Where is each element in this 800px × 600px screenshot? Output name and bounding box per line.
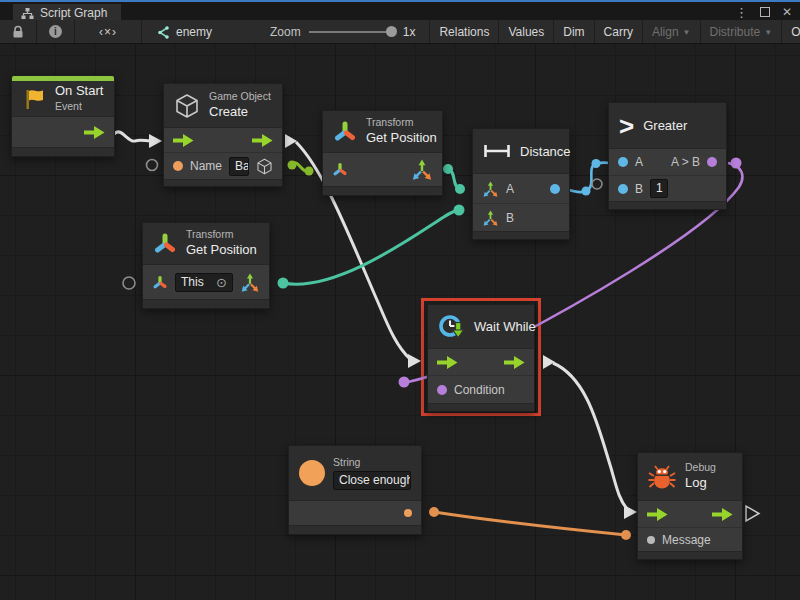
node-category: Game Object <box>209 90 271 104</box>
node-footer <box>12 147 114 156</box>
maximize-icon[interactable] <box>760 7 770 17</box>
script-graph-icon <box>21 7 34 20</box>
message-input-port[interactable] <box>647 536 655 544</box>
name-input-port[interactable] <box>173 161 183 171</box>
node-title: On Start <box>55 83 103 100</box>
port-label: B <box>635 182 643 196</box>
cube-icon <box>174 93 200 119</box>
zoom-control: Zoom 1x <box>256 20 429 43</box>
title-bar: Script Graph ⋮ ✕ <box>0 0 800 20</box>
node-category: Transform <box>186 228 257 242</box>
node-footer <box>638 551 742 559</box>
transform-input-port[interactable] <box>332 162 348 177</box>
zoom-slider[interactable] <box>309 31 395 33</box>
name-value-field[interactable]: Ball <box>229 157 249 176</box>
graph-breadcrumb[interactable]: enemy <box>142 20 226 43</box>
exec-output-port[interactable] <box>504 356 525 369</box>
node-category: Debug <box>685 461 716 475</box>
node-footer <box>323 186 442 195</box>
overview-button[interactable]: Overview <box>781 20 800 43</box>
node-get-position-enemy[interactable]: Transform Get Position <box>322 110 443 196</box>
node-distance[interactable]: Distance A B <box>472 128 570 240</box>
port-label: B <box>506 211 514 225</box>
gameobject-output-port[interactable] <box>256 158 273 175</box>
node-title: Log <box>685 475 716 492</box>
graph-name: enemy <box>176 25 212 39</box>
bug-icon <box>648 464 676 490</box>
b-value-field[interactable]: 1 <box>650 179 668 198</box>
node-title: Get Position <box>366 130 437 147</box>
values-button[interactable]: Values <box>498 20 553 43</box>
chevron-down-icon: ▼ <box>764 28 772 37</box>
node-title: Distance <box>520 144 571 159</box>
unity-script-graph-window: { "window": { "tab_title": "Script Graph… <box>0 0 800 600</box>
carry-button[interactable]: Carry <box>594 20 642 43</box>
position-output-port[interactable] <box>240 273 260 292</box>
port-label: A <box>506 182 514 196</box>
transform-icon <box>333 120 357 143</box>
node-title: Wait While <box>474 319 536 334</box>
distance-icon <box>483 143 511 159</box>
result-label: A > B <box>671 155 700 169</box>
exec-output-port[interactable] <box>712 508 733 521</box>
b-input-port[interactable] <box>618 184 628 194</box>
node-on-start[interactable]: On Start Event <box>11 75 115 157</box>
port-label: A <box>635 155 643 169</box>
close-icon[interactable]: ✕ <box>782 6 792 18</box>
vector-b-input-port[interactable] <box>482 210 499 226</box>
node-footer <box>289 525 421 534</box>
code-icon: ‹×› <box>85 25 131 39</box>
node-category: Transform <box>366 116 437 130</box>
exec-input-port[interactable] <box>647 508 668 521</box>
node-greater[interactable]: > Greater A A > B B 1 <box>608 102 727 210</box>
object-picker-icon[interactable]: ⊙ <box>216 275 227 290</box>
lock-button[interactable] <box>0 20 37 43</box>
distribute-button: Distribute ▼ <box>700 20 782 43</box>
position-output-port[interactable] <box>411 159 433 180</box>
zoom-value: 1x <box>403 25 416 39</box>
zoom-slider-handle[interactable] <box>386 26 397 37</box>
node-title: Greater <box>643 118 687 133</box>
window-menu-icon[interactable]: ⋮ <box>735 6 748 19</box>
exec-input-port[interactable] <box>173 134 194 147</box>
string-output-port[interactable] <box>404 509 412 517</box>
string-icon <box>299 460 325 486</box>
info-button[interactable]: i <box>37 20 75 43</box>
info-icon: i <box>49 25 62 38</box>
node-title: Create <box>209 104 271 121</box>
zoom-label: Zoom <box>270 25 301 39</box>
dim-button[interactable]: Dim <box>553 20 593 43</box>
lock-icon <box>12 25 24 39</box>
node-footer <box>428 403 534 411</box>
graph-toolbar: i ‹×› enemy Zoom 1x Relations Values Dim… <box>0 20 800 44</box>
tab-title: Script Graph <box>40 6 107 20</box>
vector-a-input-port[interactable] <box>482 181 499 197</box>
node-category: String <box>333 456 411 470</box>
exec-input-port[interactable] <box>437 356 458 369</box>
port-label: Message <box>662 533 711 547</box>
align-button: Align ▼ <box>642 20 700 43</box>
transform-icon <box>153 232 177 255</box>
node-wait-while[interactable]: Wait While Condition <box>427 304 535 412</box>
result-output-port[interactable] <box>707 157 717 167</box>
exec-output-port[interactable] <box>84 126 105 139</box>
relations-button[interactable]: Relations <box>429 20 498 43</box>
transform-input-port[interactable] <box>152 275 168 290</box>
wait-while-icon <box>438 312 467 341</box>
node-create[interactable]: Game Object Create Name Ball <box>163 83 283 187</box>
node-log[interactable]: Debug Log Message <box>637 452 743 560</box>
node-footer <box>609 201 726 209</box>
node-footer <box>143 299 269 308</box>
node-get-position-this[interactable]: Transform Get Position This ⊙ <box>142 222 270 309</box>
target-field[interactable]: This ⊙ <box>175 273 233 292</box>
exec-output-port[interactable] <box>252 134 273 147</box>
a-input-port[interactable] <box>618 157 628 167</box>
result-output-port[interactable] <box>550 184 560 194</box>
node-footer <box>473 231 569 239</box>
code-view-button[interactable]: ‹×› <box>75 20 142 43</box>
condition-input-port[interactable] <box>437 385 447 395</box>
node-string[interactable]: String Close enough! <box>288 445 422 535</box>
string-value-field[interactable]: Close enough! <box>333 471 411 490</box>
node-footer <box>164 179 282 186</box>
port-label: Condition <box>454 383 505 397</box>
